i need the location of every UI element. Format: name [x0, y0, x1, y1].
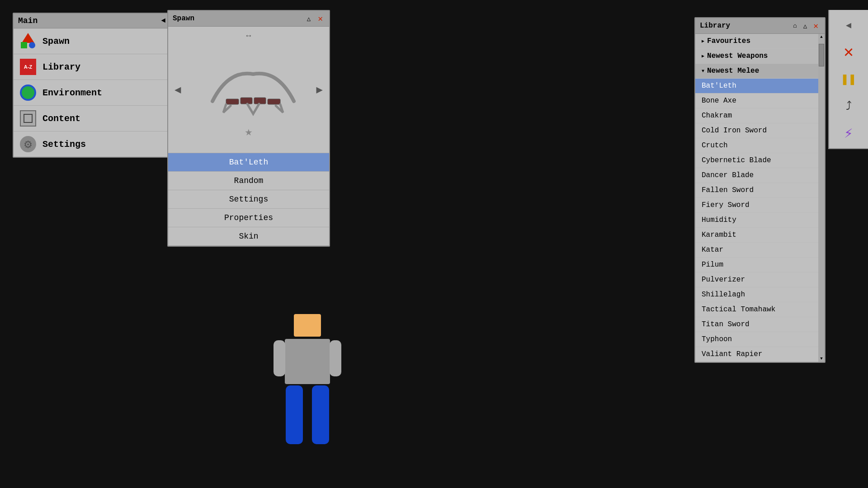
- sidebar-item-environment[interactable]: Environment: [14, 80, 170, 106]
- svg-rect-2: [254, 98, 266, 104]
- svg-rect-9: [312, 385, 329, 444]
- spawn-resize-handle[interactable]: ↔: [246, 31, 251, 40]
- library-panel-title-label: Library: [700, 22, 730, 30]
- library-item-valiant-rapier[interactable]: Valiant Rapier: [695, 347, 825, 362]
- library-panel-title: Library ⌂ △ ✕: [695, 18, 825, 34]
- weapon-display: [203, 61, 294, 119]
- batleth-svg: [203, 61, 303, 119]
- spawn-menu-item-properties[interactable]: Properties: [168, 209, 329, 227]
- library-item-fallen-sword[interactable]: Fallen Sword: [695, 183, 825, 198]
- spawn-window-minimize-btn[interactable]: △: [305, 15, 312, 23]
- library-item-pilum-label: Pilum: [702, 261, 723, 269]
- library-scrollbar[interactable]: ▲ ▼: [818, 34, 825, 362]
- right-toolbar: ◀ ✕ ❚❚ ⤴ ⚡: [828, 10, 868, 149]
- library-item-dancer-blade[interactable]: Dancer Blade: [695, 168, 825, 183]
- spawn-menu-item-random[interactable]: Random: [168, 172, 329, 190]
- library-item-batleth-label: Bat'Leth: [702, 82, 736, 90]
- sidebar-item-content[interactable]: Content: [14, 106, 170, 131]
- cursor-icon: ⤴: [846, 99, 852, 113]
- library-item-cybernetic-blade[interactable]: Cybernetic Blade: [695, 153, 825, 168]
- spawn-menu-settings-label: Settings: [229, 195, 268, 204]
- spawn-preview-area: ↔ ◀ ▶ ★: [168, 27, 329, 153]
- library-item-chakram-label: Chakram: [702, 112, 732, 120]
- library-item-titan-sword[interactable]: Titan Sword: [695, 317, 825, 332]
- main-panel: Main ◄ Spawn A-Z Library Environment Con…: [13, 13, 171, 158]
- sidebar-item-spawn-label: Spawn: [42, 36, 70, 47]
- library-item-cybernetic-blade-label: Cybernetic Blade: [702, 156, 771, 164]
- toolbar-cursor-btn[interactable]: ⤴: [835, 95, 862, 117]
- library-newest-weapons-label: Newest Weapons: [707, 52, 768, 60]
- library-scroll-thumb[interactable]: [819, 44, 824, 66]
- library-item-valiant-rapier-label: Valiant Rapier: [702, 350, 762, 358]
- sidebar-item-spawn[interactable]: Spawn: [14, 28, 170, 54]
- library-scroll-down-btn[interactable]: ▼: [819, 356, 823, 362]
- spawn-menu-batleth-label: Bat'Leth: [229, 158, 268, 167]
- library-item-bone-axe[interactable]: Bone Axe: [695, 94, 825, 108]
- svg-rect-8: [286, 385, 303, 444]
- main-panel-collapse-btn[interactable]: ◄: [161, 17, 165, 25]
- spawn-menu-properties-label: Properties: [224, 213, 273, 222]
- library-item-pilum[interactable]: Pilum: [695, 258, 825, 272]
- library-item-crutch[interactable]: Crutch: [695, 138, 825, 153]
- sidebar-item-settings-label: Settings: [42, 139, 86, 150]
- spawn-prev-btn[interactable]: ◀: [175, 83, 181, 96]
- lightning-icon: ⚡: [844, 124, 853, 142]
- main-panel-title: Main ◄: [14, 14, 170, 28]
- library-item-katar[interactable]: Katar: [695, 243, 825, 258]
- spawn-window: Spawn △ ✕ ↔ ◀ ▶ ★: [167, 10, 330, 247]
- library-item-katar-label: Katar: [702, 246, 723, 254]
- library-item-shillelagh[interactable]: Shillelagh: [695, 287, 825, 302]
- library-item-humidity[interactable]: Humidity: [695, 213, 825, 228]
- sidebar-item-content-label: Content: [42, 113, 80, 124]
- close-x-icon: ✕: [844, 42, 854, 62]
- library-content: ▶ Favourites ▶ Newest Weapons ▼ Newest M…: [695, 34, 825, 362]
- toolbar-lightning-btn[interactable]: ⚡: [835, 122, 862, 145]
- spawn-favourite-star[interactable]: ★: [245, 124, 253, 139]
- spawn-menu-item-skin[interactable]: Skin: [168, 227, 329, 246]
- library-item-tactical-tomahawk[interactable]: Tactical Tomahawk: [695, 302, 825, 317]
- spawn-icon: [20, 33, 36, 49]
- library-minimize-btn[interactable]: △: [802, 22, 809, 30]
- library-category-newest-melee[interactable]: ▼ Newest Melee: [695, 64, 825, 79]
- library-item-fiery-sword[interactable]: Fiery Sword: [695, 198, 825, 213]
- toolbar-close-btn[interactable]: ✕: [835, 41, 862, 63]
- library-item-fiery-sword-label: Fiery Sword: [702, 201, 750, 209]
- sidebar-item-library[interactable]: A-Z Library: [14, 54, 170, 80]
- library-icon: A-Z: [20, 59, 36, 75]
- spawn-window-close-btn[interactable]: ✕: [316, 14, 325, 23]
- main-panel-title-label: Main: [18, 16, 38, 25]
- library-content-wrapper: ▶ Favourites ▶ Newest Weapons ▼ Newest M…: [695, 34, 825, 362]
- library-category-favourites[interactable]: ▶ Favourites: [695, 34, 825, 49]
- library-item-cold-iron-sword[interactable]: Cold Iron Sword: [695, 123, 825, 138]
- svg-rect-5: [285, 339, 330, 384]
- library-category-newest-weapons[interactable]: ▶ Newest Weapons: [695, 49, 825, 64]
- svg-rect-6: [274, 340, 285, 376]
- spawn-menu-item-batleth[interactable]: Bat'Leth: [168, 153, 329, 172]
- library-home-btn[interactable]: ⌂: [791, 22, 798, 29]
- spawn-next-btn[interactable]: ▶: [316, 83, 323, 96]
- spawn-window-controls: △ ✕: [305, 14, 325, 23]
- toolbar-pause-btn[interactable]: ❚❚: [835, 68, 862, 90]
- library-item-karambit-label: Karambit: [702, 231, 736, 239]
- newest-weapons-triangle-icon: ▶: [702, 53, 704, 59]
- library-item-titan-sword-label: Titan Sword: [702, 320, 750, 328]
- spawn-menu-item-settings[interactable]: Settings: [168, 190, 329, 209]
- library-item-typhoon[interactable]: Typhoon: [695, 332, 825, 347]
- favourites-triangle-icon: ▶: [702, 38, 704, 44]
- library-item-shillelagh-label: Shillelagh: [702, 291, 745, 299]
- library-scroll-up-btn[interactable]: ▲: [819, 34, 823, 40]
- library-item-typhoon-label: Typhoon: [702, 335, 732, 343]
- sidebar-item-settings[interactable]: Settings: [14, 131, 170, 157]
- library-close-btn[interactable]: ✕: [811, 21, 820, 31]
- library-item-batleth[interactable]: Bat'Leth: [695, 79, 825, 94]
- library-item-chakram[interactable]: Chakram: [695, 108, 825, 123]
- svg-rect-3: [268, 99, 280, 104]
- character-svg: [271, 314, 344, 459]
- library-item-karambit[interactable]: Karambit: [695, 228, 825, 243]
- library-item-pulverizer[interactable]: Pulverizer: [695, 272, 825, 287]
- library-controls: ⌂ △ ✕: [791, 21, 820, 31]
- spawn-window-title-label: Spawn: [173, 14, 194, 23]
- toolbar-back-btn[interactable]: ◀: [835, 14, 862, 36]
- library-item-fallen-sword-label: Fallen Sword: [702, 186, 754, 194]
- character: [271, 314, 344, 461]
